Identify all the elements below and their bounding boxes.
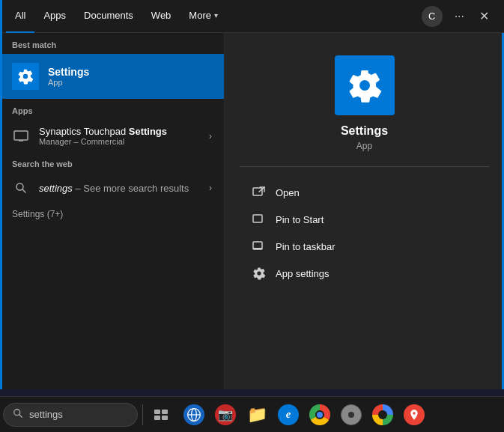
app-preview-icon	[335, 55, 395, 115]
chevron-down-icon: ▾	[214, 11, 218, 19]
search-icon	[12, 179, 30, 197]
taskbar-search-box[interactable]: settings	[3, 403, 138, 427]
apps-label: Apps	[0, 99, 224, 120]
action-list: Open Pin to Start	[240, 179, 489, 287]
task-view-button[interactable]	[148, 401, 174, 428]
taskbar-app-folder[interactable]: 📁	[242, 400, 272, 430]
web-search-text: settings – See more search results	[39, 183, 200, 194]
tab-all[interactable]: All	[6, 0, 34, 33]
web-search-item[interactable]: settings – See more search results ›	[0, 173, 224, 203]
pin-start-label: Pin to Start	[276, 214, 324, 225]
right-panel: Settings App Open	[225, 33, 504, 389]
open-label: Open	[276, 187, 300, 198]
svg-rect-9	[253, 248, 262, 249]
more-options-button[interactable]: ···	[449, 0, 470, 33]
open-icon	[252, 185, 267, 200]
app-settings-icon	[252, 266, 267, 281]
arrow-right-icon: ›	[209, 131, 212, 142]
taskbar-app-browser1[interactable]	[179, 400, 209, 430]
synaptics-subtitle: Manager – Commercial	[39, 137, 200, 146]
app-settings-label: App settings	[276, 268, 330, 279]
search-avatar: C	[422, 6, 443, 27]
taskbar-app-edge[interactable]: e	[273, 400, 303, 430]
best-match-label: Best match	[0, 33, 224, 54]
svg-rect-14	[154, 416, 160, 420]
app-preview-type: App	[356, 141, 372, 151]
tab-more[interactable]: More ▾	[180, 0, 227, 33]
svg-rect-6	[253, 215, 262, 222]
monitor-icon	[12, 127, 30, 145]
taskbar-apps: 📷 📁 e	[179, 400, 429, 430]
svg-rect-4	[253, 188, 262, 195]
app-preview-name: Settings	[341, 124, 388, 138]
settings-icon	[12, 63, 39, 90]
tab-documents[interactable]: Documents	[75, 0, 142, 33]
svg-line-11	[19, 415, 22, 418]
best-match-title: Settings	[48, 66, 89, 78]
taskbar-app-chrome[interactable]	[305, 400, 335, 430]
svg-rect-12	[154, 410, 160, 414]
divider	[240, 166, 489, 167]
search-web-label: Search the web	[0, 152, 224, 173]
taskbar-search-icon	[13, 408, 23, 421]
action-open[interactable]: Open	[240, 179, 489, 206]
tab-web[interactable]: Web	[142, 0, 180, 33]
content-area: Best match Settings App Apps	[0, 33, 504, 389]
action-app-settings[interactable]: App settings	[240, 260, 489, 287]
web-arrow-icon: ›	[209, 183, 212, 193]
action-pin-start[interactable]: Pin to Start	[240, 206, 489, 233]
taskbar-app-maps[interactable]	[399, 400, 429, 430]
close-button[interactable]: ✕	[470, 0, 498, 33]
left-panel: Best match Settings App Apps	[0, 33, 225, 389]
taskbar-app-disk[interactable]	[336, 400, 366, 430]
start-menu: All Apps Documents Web More ▾ C ··· ✕	[0, 0, 504, 389]
pin-taskbar-icon	[252, 239, 267, 254]
action-pin-taskbar[interactable]: Pin to taskbar	[240, 233, 489, 260]
settings-count[interactable]: Settings (7+)	[0, 203, 224, 228]
svg-rect-15	[162, 416, 168, 420]
nav-bar: All Apps Documents Web More ▾ C ··· ✕	[0, 0, 504, 33]
taskbar-divider	[142, 404, 143, 425]
synaptics-title: Synaptics Touchpad Settings	[39, 126, 200, 137]
svg-rect-0	[14, 131, 28, 140]
taskbar: settings 📷 📁	[0, 396, 504, 432]
best-match-text: Settings App	[48, 66, 89, 87]
synaptics-app-item[interactable]: Synaptics Touchpad Settings Manager – Co…	[0, 120, 224, 152]
tab-apps[interactable]: Apps	[34, 0, 75, 33]
pin-start-icon	[252, 212, 267, 227]
svg-line-3	[22, 189, 25, 192]
synaptics-app-text: Synaptics Touchpad Settings Manager – Co…	[39, 126, 200, 146]
pin-taskbar-label: Pin to taskbar	[276, 241, 336, 252]
taskbar-app-camera[interactable]: 📷	[210, 400, 240, 430]
best-match-item[interactable]: Settings App	[0, 54, 224, 99]
taskbar-search-text: settings	[29, 409, 63, 420]
taskbar-app-chrome2[interactable]	[368, 400, 398, 430]
svg-rect-13	[162, 410, 168, 414]
best-match-subtitle: App	[48, 78, 89, 87]
